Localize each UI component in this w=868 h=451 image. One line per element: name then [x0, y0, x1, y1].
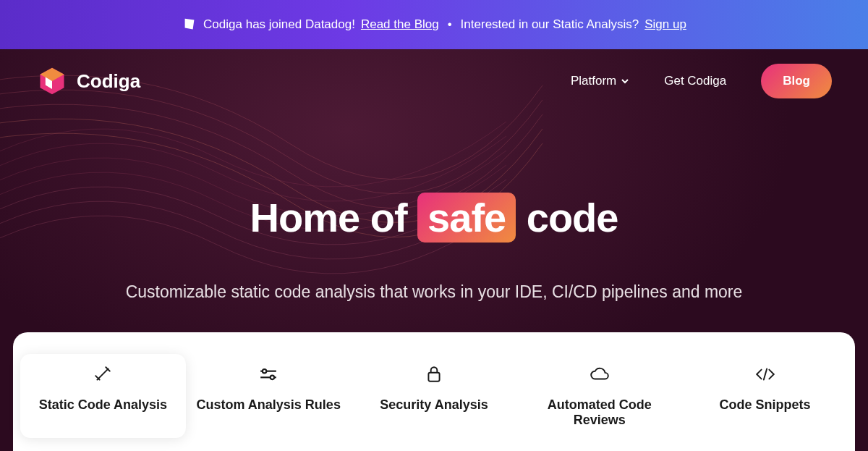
tab-label: Static Code Analysis [27, 397, 179, 413]
hero-title-highlight: safe [417, 193, 516, 243]
nav-platform-label: Platform [571, 74, 616, 88]
code-icon [689, 364, 841, 384]
hero-title: Home of safe code [0, 193, 868, 243]
signup-link[interactable]: Sign up [644, 17, 686, 32]
tab-label: Automated Code Reviews [524, 397, 675, 428]
datadog-icon [182, 17, 197, 33]
tab-code-reviews[interactable]: Automated Code Reviews [516, 354, 682, 438]
banner-separator: • [448, 17, 452, 32]
svg-point-2 [263, 369, 266, 373]
hero-section: Home of safe code Customizable static co… [0, 193, 868, 302]
banner-text-2: Interested in our Static Analysis? [461, 17, 639, 32]
nav-links: Platform Get Codiga Blog [571, 64, 832, 98]
tab-label: Code Snippets [689, 397, 841, 413]
logo[interactable]: Codiga [36, 65, 140, 97]
announcement-banner: Codiga has joined Datadog! Read the Blog… [0, 0, 868, 49]
nav-platform[interactable]: Platform [571, 74, 629, 88]
wand-icon [27, 364, 179, 384]
nav-get-codiga[interactable]: Get Codiga [664, 74, 726, 88]
chevron-down-icon [621, 77, 629, 85]
tab-custom-rules[interactable]: Custom Analysis Rules [186, 354, 352, 438]
brand-name: Codiga [77, 70, 140, 93]
blog-button[interactable]: Blog [761, 64, 832, 98]
tab-static-analysis[interactable]: Static Code Analysis [20, 354, 186, 438]
hero-title-post: code [527, 195, 618, 240]
tab-security[interactable]: Security Analysis [352, 354, 517, 438]
banner-text: Codiga has joined Datadog! [203, 17, 355, 32]
main-hero: Codiga Platform Get Codiga Blog Home of … [0, 49, 868, 451]
lock-icon [359, 364, 510, 384]
nav-get-codiga-label: Get Codiga [664, 74, 726, 88]
svg-point-3 [271, 376, 274, 379]
svg-rect-4 [428, 373, 439, 382]
cloud-icon [524, 364, 675, 384]
top-nav: Codiga Platform Get Codiga Blog [0, 49, 868, 113]
codiga-logo-icon [36, 65, 68, 97]
hero-title-pre: Home of [250, 195, 407, 240]
tab-snippets[interactable]: Code Snippets [682, 354, 848, 438]
tab-label: Security Analysis [359, 397, 510, 413]
tab-label: Custom Analysis Rules [193, 397, 344, 413]
read-blog-link[interactable]: Read the Blog [361, 17, 439, 32]
sliders-icon [193, 364, 344, 384]
feature-tabs: Static Code Analysis Custom Analysis Rul… [13, 332, 855, 451]
hero-subtitle: Customizable static code analysis that w… [0, 282, 868, 302]
